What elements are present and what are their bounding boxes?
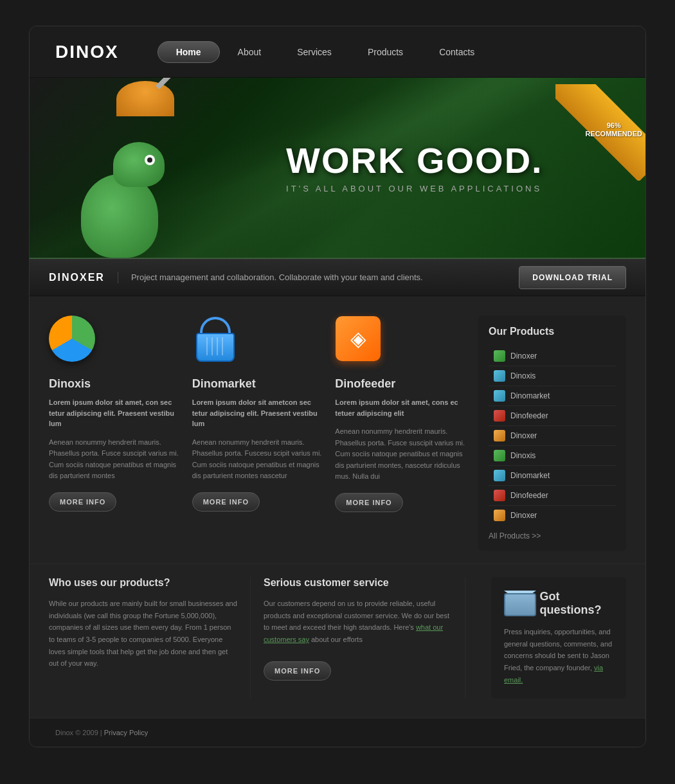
dinoxis-desc-bold: Lorem ipsum dolor sit amet, con sec tetu… [49, 397, 179, 429]
questions-title: Got questions? [539, 590, 613, 617]
product-list-name: Dinofeeder [510, 491, 548, 500]
nav-products[interactable]: Products [350, 42, 421, 62]
list-item[interactable]: Dinofeeder [489, 486, 616, 506]
product-dinoxis: Dinoxis Lorem ipsum dolor sit amet, con … [49, 316, 179, 551]
product-dinomarket: Dinomarket Lorem ipsum dolor sit ametcon… [192, 316, 323, 551]
footer-copy: Dinox © 2009 | [55, 729, 104, 736]
list-item[interactable]: Dinoxer [489, 506, 616, 525]
nav-contacts[interactable]: Contacts [421, 42, 492, 62]
product-bar-logo: DINOXER [49, 272, 118, 283]
product-list-name: Dinoxer [510, 431, 537, 440]
privacy-policy-link[interactable]: Privacy Policy [104, 729, 148, 736]
basket-line [212, 337, 213, 355]
list-item[interactable]: Dinomarket [489, 466, 616, 486]
list-item[interactable]: Dinomarket [489, 386, 616, 406]
hero-banner: WORK GOOD. IT'S ALL ABOUT OUR WEB APPLIC… [30, 78, 645, 258]
dinomarket-more-info-button[interactable]: MORE INFO [192, 492, 260, 512]
product-list-icon [494, 450, 505, 461]
dino-eye [145, 155, 155, 165]
got-questions-col: Got questions? Press inquiries, opportun… [478, 577, 626, 699]
site-logo: DINOX [55, 42, 119, 62]
list-item[interactable]: Dinoxer [489, 346, 616, 366]
product-list-icon [494, 390, 505, 402]
list-item[interactable]: Dinoxis [489, 446, 616, 466]
basket-line [217, 337, 218, 355]
product-list-name: Dinofeeder [510, 411, 548, 420]
badge-text: 96%RECOMMENDED [585, 121, 642, 138]
header: DINOX Home About Services Products Conta… [30, 26, 645, 78]
dinoxis-desc: Aenean nonummy hendrerit mauris. Phasell… [49, 437, 179, 482]
dinofeeder-icon-wrapper: ◈ [335, 316, 386, 367]
main-content: Dinoxis Lorem ipsum dolor sit amet, con … [30, 296, 645, 564]
questions-text: Press inquiries, opportunities, and gene… [504, 626, 613, 686]
mascot [68, 103, 197, 258]
product-bar: DINOXER Project management and collabora… [30, 258, 645, 296]
dinoxis-name: Dinoxis [49, 377, 179, 391]
questions-box: Got questions? Press inquiries, opportun… [491, 577, 626, 699]
product-list-icon [494, 410, 505, 422]
hero-subtitle: IT'S ALL ABOUT OUR WEB APPLICATIONS [286, 184, 543, 193]
list-item[interactable]: Dinoxis [489, 366, 616, 386]
product-list-icon [494, 490, 505, 501]
product-list: Dinoxer Dinoxis Dinomarket Dinofeeder Di… [489, 346, 616, 525]
footer: Dinox © 2009 | Privacy Policy [30, 718, 645, 747]
product-list-icon [494, 430, 505, 441]
basket-line [222, 337, 223, 355]
product-list-name: Dinoxis [510, 451, 536, 460]
product-list-name: Dinoxis [510, 371, 536, 380]
customer-service-col: Serious customer service Our customers d… [251, 577, 465, 699]
dino-hat [116, 81, 174, 116]
products-sidebar: Our Products Dinoxer Dinoxis Dinomarket … [478, 316, 626, 551]
customer-service-title: Serious customer service [264, 577, 452, 589]
customer-service-more-info-button[interactable]: MORE INFO [264, 661, 331, 681]
mail-body [504, 593, 536, 616]
recommendation-badge: 96%RECOMMENDED [555, 84, 645, 181]
customer-service-text: Our customers depend on us to provide re… [264, 598, 452, 646]
all-products-link[interactable]: All Products >> [489, 531, 616, 540]
mail-icon [504, 591, 532, 616]
product-list-icon [494, 350, 505, 362]
product-list-name: Dinomarket [510, 391, 550, 400]
page-wrapper: DINOX Home About Services Products Conta… [29, 26, 646, 747]
product-list-icon [494, 370, 505, 382]
product-list-icon [494, 510, 505, 521]
list-item[interactable]: Dinoxer [489, 426, 616, 446]
basket-icon [192, 316, 239, 362]
dinofeeder-desc-bold: Lorem ipsum dolor sit amet, cons ec tetu… [335, 397, 465, 418]
rss-symbol: ◈ [350, 326, 366, 351]
nav-services[interactable]: Services [279, 42, 350, 62]
download-trial-button[interactable]: DOWNLOAD TRIAL [519, 266, 626, 289]
dinomarket-icon-wrapper [192, 316, 244, 367]
hero-title: WORK GOOD. [286, 143, 543, 179]
dinofeeder-desc: Aenean nonummy hendrerit mauris. Phasell… [335, 426, 465, 483]
basket-line [206, 337, 208, 355]
badge-ribbon: 96%RECOMMENDED [555, 84, 645, 181]
product-columns: Dinoxis Lorem ipsum dolor sit amet, con … [49, 316, 465, 551]
feeder-icon: ◈ [335, 316, 381, 362]
questions-header: Got questions? [504, 590, 613, 617]
basket-lines [206, 337, 223, 355]
product-list-name: Dinoxer [510, 352, 537, 361]
product-list-icon [494, 470, 505, 481]
who-uses-title: Who uses our products? [49, 577, 237, 589]
pie-chart-icon [49, 316, 95, 362]
list-item[interactable]: Dinofeeder [489, 406, 616, 426]
nav-about[interactable]: About [220, 42, 280, 62]
dinomarket-desc-bold: Lorem ipsum dolor sit ametcon sec tetur … [192, 397, 323, 429]
basket-handle [200, 317, 231, 335]
who-uses-text: While our products are mainly built for … [49, 598, 237, 670]
dinofeeder-more-info-button[interactable]: MORE INFO [335, 493, 402, 512]
product-list-name: Dinomarket [510, 471, 550, 480]
who-uses-col: Who uses our products? While our product… [49, 577, 251, 699]
product-list-name: Dinoxer [510, 511, 537, 520]
dinomarket-desc: Aenean nonummy hendrerit mauris. Phasell… [192, 437, 323, 482]
product-bar-text: Project management and collaboration. Co… [131, 272, 519, 282]
hero-text-block: WORK GOOD. IT'S ALL ABOUT OUR WEB APPLIC… [286, 143, 543, 193]
basket-body [196, 333, 235, 362]
sidebar-title: Our Products [489, 326, 616, 337]
main-nav: Home About Services Products Contacts [158, 41, 620, 63]
nav-home[interactable]: Home [158, 41, 220, 63]
dinofeeder-name: Dinofeeder [335, 377, 465, 391]
dinoxis-more-info-button[interactable]: MORE INFO [49, 492, 116, 512]
customer-text-after: about our efforts [309, 636, 363, 643]
